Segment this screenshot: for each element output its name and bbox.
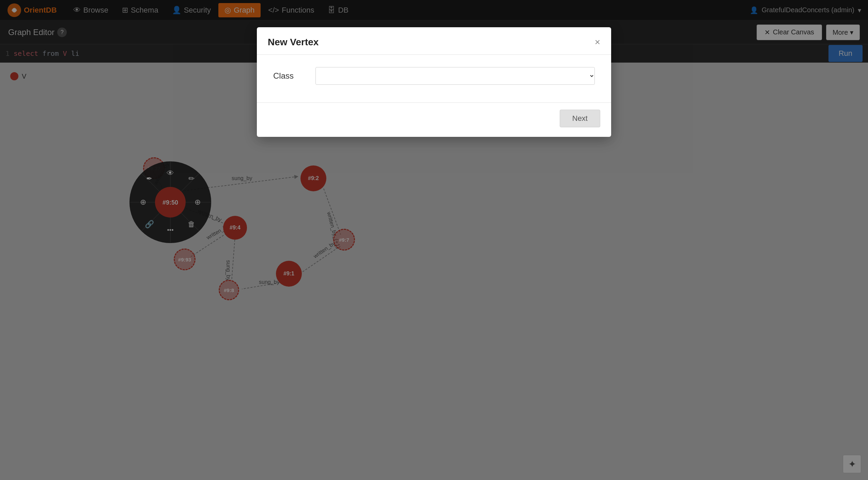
new-vertex-modal: New Vertex × Class Next xyxy=(257,27,611,137)
modal-body: Class xyxy=(257,55,611,102)
modal-header: New Vertex × xyxy=(257,27,611,55)
modal-footer: Next xyxy=(257,102,611,137)
class-form-row: Class xyxy=(273,67,595,85)
next-button[interactable]: Next xyxy=(560,110,600,127)
modal-title: New Vertex xyxy=(268,37,319,48)
class-select[interactable] xyxy=(315,67,595,85)
modal-overlay: New Vertex × Class Next xyxy=(0,0,868,480)
modal-close-button[interactable]: × xyxy=(595,37,600,47)
class-label: Class xyxy=(273,71,307,81)
